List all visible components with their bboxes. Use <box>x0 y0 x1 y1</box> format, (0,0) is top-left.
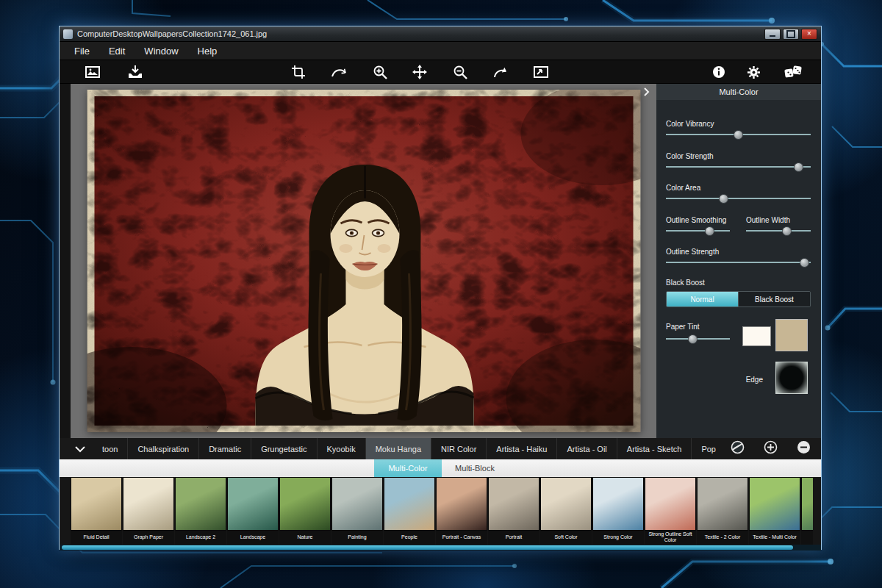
menu-window[interactable]: Window <box>144 46 178 57</box>
preset-strong-color[interactable]: Strong Color <box>592 477 644 545</box>
preset-soft-color[interactable]: Soft Color <box>540 477 592 545</box>
paper-tint-white-swatch[interactable] <box>742 326 771 346</box>
sub-tab-multi-block[interactable]: Multi-Block <box>442 459 508 477</box>
preset-graph-paper[interactable]: Graph Paper <box>123 477 174 545</box>
slider-track <box>666 230 730 232</box>
outline-width-slider[interactable] <box>746 226 811 236</box>
slider-thumb[interactable] <box>688 334 698 344</box>
style-tab-artista-sketch[interactable]: Artista - Sketch <box>617 438 692 459</box>
black-boost-toggle: NormalBlack Boost <box>666 291 811 307</box>
slider-thumb[interactable] <box>782 226 792 236</box>
randomize-icon[interactable] <box>784 64 802 80</box>
app-window: ComputerDesktopWallpapersCollection1742_… <box>59 26 822 550</box>
preset-label: Graph Paper <box>123 531 174 545</box>
place-image-icon[interactable] <box>532 64 550 80</box>
desktop-background: ComputerDesktopWallpapersCollection1742_… <box>0 0 882 588</box>
preset-thumbnail <box>645 477 696 531</box>
preset-strong-outline-soft-color[interactable]: Strong Outline Soft Color <box>645 477 696 545</box>
style-tab-kyoobik[interactable]: Kyoobik <box>318 438 366 459</box>
settings-icon[interactable] <box>745 64 762 80</box>
preset-landscape[interactable]: Landscape <box>227 477 279 545</box>
black-boost-option-black-boost[interactable]: Black Boost <box>738 292 810 306</box>
horizontal-scrollbar[interactable] <box>60 545 821 551</box>
toolbar <box>60 60 821 84</box>
scrollbar-thumb[interactable] <box>62 545 793 550</box>
style-tab-artista-oil[interactable]: Artista - Oil <box>557 438 617 459</box>
preset-painting[interactable]: Painting <box>331 477 383 545</box>
preset-label: Nature <box>279 531 331 545</box>
minimize-button[interactable] <box>764 29 781 40</box>
tabbar-icons <box>731 438 811 459</box>
menu-help[interactable]: Help <box>198 46 218 57</box>
color-strength-slider[interactable] <box>666 162 811 172</box>
preset-landscape-2[interactable]: Landscape 2 <box>175 477 226 545</box>
preset-nature[interactable]: Nature <box>279 477 331 545</box>
close-button[interactable]: × <box>801 29 817 40</box>
outline-strength-slider[interactable] <box>666 258 811 268</box>
tab-overflow-button[interactable] <box>73 442 87 456</box>
color-vibrancy-slider[interactable] <box>666 130 811 140</box>
preset-thumbnail <box>436 477 487 531</box>
style-tab-chalkspiration[interactable]: Chalkspiration <box>128 438 199 459</box>
preset-thumbnail <box>175 477 226 531</box>
rotate-icon[interactable] <box>330 64 348 80</box>
black-boost-option-normal[interactable]: Normal <box>667 292 738 306</box>
menu-file[interactable]: File <box>74 46 90 57</box>
preset-partial[interactable] <box>801 477 813 545</box>
zoom-in-icon[interactable] <box>371 64 389 80</box>
outline-smoothing-slider[interactable] <box>666 226 730 236</box>
zoom-out-icon[interactable] <box>451 64 469 80</box>
online-styles-icon[interactable] <box>731 440 745 457</box>
style-tab-grungetastic[interactable]: Grungetastic <box>251 438 317 459</box>
panel-collapse-icon[interactable] <box>640 86 652 98</box>
panel-body: Color Vibrancy Color Strength Color Area… <box>656 100 821 438</box>
color-area-slider[interactable] <box>666 194 811 204</box>
preset-fluid-detail[interactable]: Fluid Detail <box>71 477 122 545</box>
preset-thumbnail <box>384 477 435 531</box>
preset-textile-2-color[interactable]: Textile - 2 Color <box>697 477 748 545</box>
style-tab-artista-haiku[interactable]: Artista - Haiku <box>487 438 557 459</box>
slider-thumb[interactable] <box>794 162 803 172</box>
slider-thumb[interactable] <box>734 130 743 140</box>
edge-swatch[interactable] <box>775 362 808 394</box>
preset-label: Portrait - Canvas <box>436 531 487 545</box>
style-tabs: toonChalkspirationDramaticGrungetasticKy… <box>93 438 718 459</box>
outline-smoothing-label: Outline Smoothing <box>666 216 726 224</box>
open-image-icon[interactable] <box>84 64 101 80</box>
preset-people[interactable]: People <box>384 477 435 545</box>
canvas-area <box>71 84 656 438</box>
slider-track <box>746 230 811 232</box>
preset-portrait-canvas[interactable]: Portrait - Canvas <box>436 477 487 545</box>
slider-thumb[interactable] <box>719 194 728 204</box>
crop-icon[interactable] <box>290 64 307 80</box>
add-icon[interactable] <box>764 440 778 457</box>
maximize-button[interactable] <box>783 29 799 40</box>
style-tab-bar: toonChalkspirationDramaticGrungetasticKy… <box>60 438 821 459</box>
style-tab-pop-[interactable]: Pop ! <box>692 438 718 459</box>
sub-tab-multi-color[interactable]: Multi-Color <box>374 459 442 477</box>
style-tab-toon[interactable]: toon <box>93 438 128 459</box>
style-tab-nir-color[interactable]: NIR Color <box>431 438 487 459</box>
title-bar[interactable]: ComputerDesktopWallpapersCollection1742_… <box>60 26 821 42</box>
preset-label: Painting <box>331 531 383 545</box>
info-icon[interactable] <box>710 64 728 80</box>
remove-icon[interactable] <box>797 440 811 457</box>
slider-track <box>666 262 811 263</box>
preset-portrait[interactable]: Portrait <box>488 477 539 545</box>
style-tab-moku-hanga[interactable]: Moku Hanga <box>366 438 431 459</box>
paper-tint-tan-swatch[interactable] <box>775 319 808 351</box>
slider-thumb[interactable] <box>800 258 809 268</box>
paper-tint-slider[interactable] <box>666 334 730 344</box>
import-icon[interactable] <box>126 64 144 80</box>
preset-textile-multi-color[interactable]: Textile - Multi Color <box>749 477 800 545</box>
redo-icon[interactable] <box>492 64 509 80</box>
slider-thumb[interactable] <box>705 226 714 236</box>
pan-icon[interactable] <box>411 64 429 80</box>
preset-label: Strong Color <box>592 531 644 545</box>
preset-thumbnail <box>331 477 383 531</box>
slider-track <box>666 166 811 168</box>
preset-thumbnail <box>540 477 592 531</box>
preset-thumbnail <box>227 477 279 531</box>
style-tab-dramatic[interactable]: Dramatic <box>199 438 251 459</box>
menu-edit[interactable]: Edit <box>109 46 125 57</box>
